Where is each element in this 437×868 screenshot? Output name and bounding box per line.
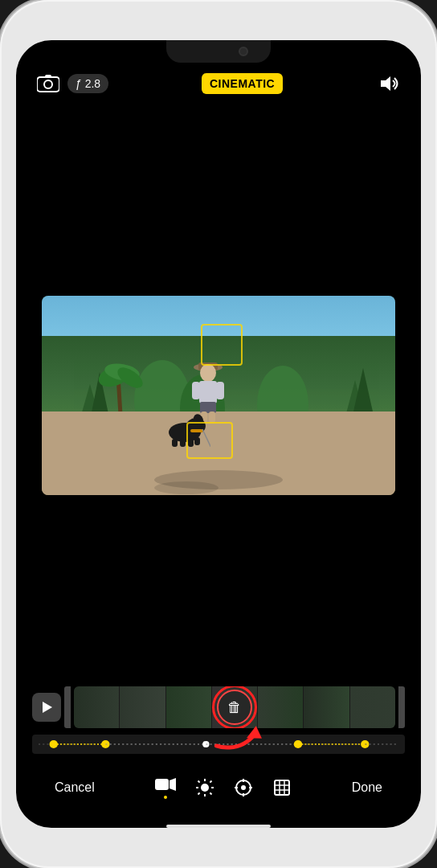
- svg-point-20: [154, 481, 218, 494]
- video-preview-area: [16, 104, 421, 686]
- bottom-toolbar: Cancel: [32, 767, 405, 812]
- svg-rect-0: [37, 77, 59, 92]
- phone-screen: ƒ 2.8 CINEMATIC: [16, 40, 421, 828]
- aperture-value: ƒ 2.8: [76, 77, 100, 90]
- filmstrip-left-bracket: [64, 686, 71, 728]
- transform-tool[interactable]: [272, 778, 292, 797]
- film-frame: [166, 686, 211, 728]
- focus-rect-dog: [186, 422, 233, 459]
- delete-icon: 🗑: [227, 700, 242, 714]
- svg-rect-25: [192, 382, 200, 399]
- adjust-tool[interactable]: [195, 778, 214, 797]
- timeline-strip: 🗑: [32, 686, 405, 728]
- cinematic-focus-tool[interactable]: [234, 778, 253, 797]
- toolbar-icons: [155, 776, 292, 799]
- sound-icon[interactable]: [376, 71, 402, 96]
- svg-line-61: [198, 792, 199, 794]
- video-camera-dot: [164, 796, 167, 799]
- delete-button[interactable]: 🗑: [217, 690, 252, 725]
- top-left-controls: ƒ 2.8: [35, 71, 108, 96]
- film-frame: [350, 686, 395, 728]
- bottom-section: 🗑: [16, 686, 421, 820]
- svg-rect-24: [199, 381, 217, 403]
- camera-icon[interactable]: [35, 71, 61, 96]
- cancel-button[interactable]: Cancel: [48, 777, 101, 798]
- video-camera-tool[interactable]: [155, 776, 176, 799]
- svg-line-60: [210, 781, 211, 783]
- svg-point-1: [44, 80, 52, 88]
- film-frame: [304, 686, 349, 728]
- done-button[interactable]: Done: [345, 777, 389, 798]
- play-button[interactable]: [32, 693, 61, 722]
- svg-point-23: [200, 364, 216, 382]
- adjust-icon: [195, 778, 214, 797]
- svg-line-59: [210, 792, 211, 794]
- svg-rect-2: [45, 75, 51, 78]
- cinematic-label: CINEMATIC: [210, 77, 275, 90]
- svg-rect-34: [172, 439, 178, 447]
- focus-icon: [234, 778, 253, 797]
- svg-marker-3: [381, 76, 390, 91]
- svg-rect-35: [180, 439, 186, 447]
- filmstrip-right-bracket: [398, 686, 405, 728]
- svg-rect-26: [216, 382, 224, 399]
- film-frame: [74, 686, 119, 728]
- svg-point-42: [101, 740, 109, 748]
- transform-icon: [272, 778, 292, 797]
- svg-rect-68: [275, 780, 289, 795]
- svg-rect-51: [155, 779, 169, 790]
- video-camera-icon: [155, 776, 176, 794]
- notch-camera: [239, 47, 248, 56]
- cinematic-badge[interactable]: CINEMATIC: [202, 73, 283, 94]
- filmstrip[interactable]: 🗑: [74, 686, 395, 728]
- notch: [166, 40, 271, 63]
- play-icon: [43, 702, 52, 713]
- phone-shell: ƒ 2.8 CINEMATIC: [0, 0, 437, 868]
- svg-marker-52: [169, 778, 176, 791]
- video-frame: [42, 296, 395, 495]
- svg-point-53: [201, 784, 209, 792]
- svg-line-58: [198, 781, 199, 783]
- home-indicator: [166, 825, 271, 828]
- svg-point-48: [361, 740, 369, 748]
- film-frame: [120, 686, 165, 728]
- svg-point-63: [241, 785, 246, 790]
- svg-point-40: [50, 740, 58, 748]
- focus-rect-person: [201, 324, 243, 366]
- aperture-badge[interactable]: ƒ 2.8: [67, 74, 108, 93]
